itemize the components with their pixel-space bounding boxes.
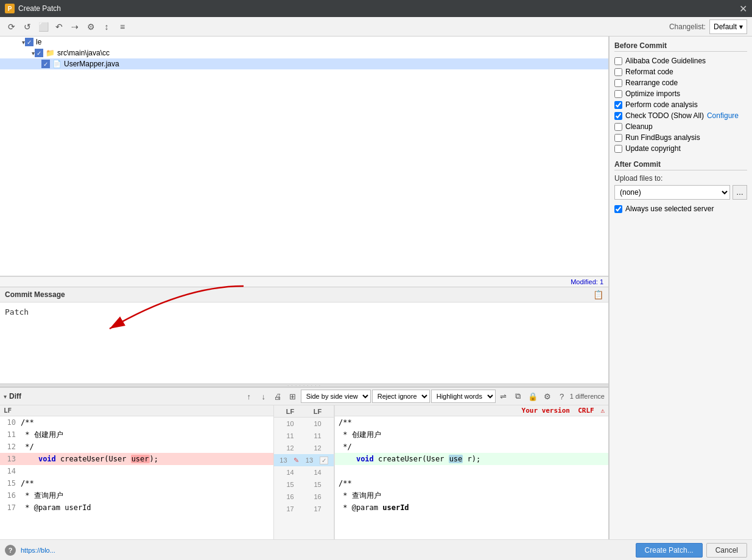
tree-item-file[interactable]: ✓ 📄 UserMapper.java — [0, 58, 608, 69]
always-use-label: Always use selected server — [625, 205, 714, 213]
close-button[interactable]: ✕ — [739, 3, 747, 15]
gutter-line: 1111 — [274, 430, 334, 442]
help-button[interactable]: ? — [5, 545, 16, 556]
code-line: 11 * 创建用户 — [0, 429, 273, 441]
highlight-select[interactable]: Highlight words — [431, 390, 496, 403]
sidebar-view-select[interactable]: Side by side view — [301, 390, 371, 403]
upload-label: Upload files to: — [614, 174, 747, 183]
gutter-line-changed: 13 ✎ 13 ✓ — [274, 454, 334, 466]
checkbox-todo[interactable]: Check TODO (Show All) Configure — [614, 110, 747, 121]
diff-expand-button[interactable]: ⊞ — [286, 390, 300, 403]
main-container: ⟳ ↺ ⬜ ↶ ⇢ ⚙ ↕ ≡ Changelist: Default ▾ — [0, 17, 752, 560]
cancel-button[interactable]: Cancel — [706, 543, 747, 558]
revert-button[interactable]: ↺ — [21, 20, 34, 33]
checkbox-reformat[interactable]: Reformat code — [614, 66, 747, 77]
checkbox-optimize[interactable]: Optimize imports — [614, 88, 747, 99]
title-bar: P Create Patch ✕ — [0, 0, 752, 17]
checkbox-copyright[interactable]: Update copyright — [614, 143, 747, 154]
checkbox-rearrange-label: Rearrange code — [625, 79, 678, 87]
checkbox-perform-input[interactable] — [614, 101, 622, 109]
code-line: 17 * @param userId — [0, 502, 273, 514]
diff-left-header: LF — [0, 405, 273, 416]
checkbox-alibaba-label: Alibaba Code Guidelines — [625, 57, 706, 65]
diff-lock-button[interactable]: 🔒 — [526, 390, 539, 403]
upload-row: (none) … — [614, 185, 747, 200]
gutter-line: 1010 — [274, 418, 334, 430]
gutter-line: 1717 — [274, 503, 334, 515]
diff-print-button[interactable]: 🖨 — [272, 390, 285, 403]
toolbar-left: ⟳ ↺ ⬜ ↶ ⇢ ⚙ ↕ ≡ — [5, 20, 129, 33]
code-line: 10/** — [0, 416, 273, 429]
tree-checkbox-folder[interactable]: ✓ — [35, 49, 43, 57]
diff-columns-button[interactable]: ⧉ — [511, 390, 525, 403]
content-area: ▾ ✓ le ▾ ✓ 📁 src\main\java\cc — [0, 37, 752, 539]
commit-header: Commit Message 📋 — [0, 287, 608, 303]
diff-settings-button[interactable]: ⚙ — [541, 390, 554, 403]
diff-sync-button[interactable]: ⇌ — [497, 390, 510, 403]
always-use-checkbox[interactable]: Always use selected server — [614, 203, 747, 214]
refresh-button[interactable]: ⟳ — [5, 20, 18, 33]
gutter-line: 1616 — [274, 491, 334, 503]
checkbox-findbugs[interactable]: Run FindBugs analysis — [614, 132, 747, 143]
undo-button[interactable]: ↶ — [52, 20, 66, 33]
bottom-right: Create Patch... Cancel — [636, 543, 747, 558]
changelist-label: Changelist: — [669, 23, 706, 31]
upload-select[interactable]: (none) — [614, 185, 730, 200]
commit-text-input[interactable]: Patch — [0, 303, 608, 382]
changelist-select[interactable]: Default ▾ — [709, 19, 747, 34]
checkbox-cleanup-label: Cleanup — [625, 122, 653, 131]
after-commit-section: After Commit Upload files to: (none) … A… — [614, 160, 747, 214]
checkbox-reformat-label: Reformat code — [625, 68, 673, 76]
sort-button[interactable]: ↕ — [100, 20, 113, 33]
tree-checkbox-file[interactable]: ✓ — [41, 60, 50, 68]
bottom-bar: ? https://blo... Create Patch... Cancel — [0, 539, 752, 560]
checkbox-optimize-input[interactable] — [614, 90, 622, 98]
crlf-label: CRLF — [578, 407, 594, 415]
checkbox-cleanup-input[interactable] — [614, 123, 622, 131]
diff-prev-button[interactable]: ↑ — [242, 390, 256, 403]
tree-item-root[interactable]: ▾ ✓ le — [0, 37, 608, 47]
code-line: 12 */ — [0, 441, 273, 453]
error-icon: ⚠ — [600, 407, 605, 415]
code-line-r: * 查询用户 — [335, 489, 608, 502]
tree-checkbox-root[interactable]: ✓ — [25, 38, 33, 46]
commit-copy-icon[interactable]: 📋 — [593, 290, 603, 299]
file-icon: 📄 — [52, 60, 61, 68]
app-icon: P — [5, 4, 15, 13]
checkbox-rearrange-input[interactable] — [614, 79, 622, 87]
checkbox-alibaba[interactable]: Alibaba Code Guidelines — [614, 55, 747, 66]
commit-section: Commit Message 📋 Patch — [0, 287, 608, 383]
gutter-line: 1212 — [274, 442, 334, 454]
checkbox-perform[interactable]: Perform code analysis — [614, 99, 747, 110]
commit-label: Commit Message — [5, 290, 65, 299]
checkbox-todo-input[interactable] — [614, 112, 622, 120]
file-tree[interactable]: ▾ ✓ le ▾ ✓ 📁 src\main\java\cc — [0, 37, 608, 276]
checkbox-copyright-input[interactable] — [614, 145, 622, 153]
always-use-input[interactable] — [614, 205, 622, 213]
expand-button[interactable]: ≡ — [116, 20, 129, 33]
tree-item-folder[interactable]: ▾ ✓ 📁 src\main\java\cc — [0, 47, 608, 58]
checkbox-rearrange[interactable]: Rearrange code — [614, 77, 747, 88]
diff-right-panel: Your version CRLF ⚠ /** * 创建用户 */ void c… — [334, 405, 608, 539]
modified-bar: Modified: 1 — [0, 276, 608, 287]
checkbox-alibaba-input[interactable] — [614, 57, 622, 65]
code-line-r: * @param userId — [335, 502, 608, 514]
copy-button[interactable]: ⬜ — [37, 20, 50, 33]
before-commit-title: Before Commit — [614, 41, 747, 52]
move-button[interactable]: ⇢ — [68, 20, 82, 33]
diff-toolbar: ↑ ↓ 🖨 ⊞ Side by side view Reject ignore … — [242, 390, 605, 403]
chevron-down-icon: ▾ — [739, 23, 743, 31]
create-patch-button[interactable]: Create Patch... — [636, 543, 703, 558]
diff-header: ▾ Diff ↑ ↓ 🖨 ⊞ Side by side view Reject … — [0, 388, 608, 405]
settings-button[interactable]: ⚙ — [84, 20, 97, 33]
configure-link[interactable]: Configure — [707, 111, 739, 120]
checkbox-cleanup[interactable]: Cleanup — [614, 121, 747, 132]
code-line: 15/** — [0, 477, 273, 489]
diff-help-button[interactable]: ? — [555, 390, 569, 403]
gutter-header: LFLF — [274, 405, 334, 418]
checkbox-reformat-input[interactable] — [614, 68, 622, 76]
ignore-select[interactable]: Reject ignore — [372, 390, 430, 403]
diff-next-button[interactable]: ↓ — [257, 390, 270, 403]
checkbox-findbugs-input[interactable] — [614, 134, 622, 142]
upload-config-button[interactable]: … — [733, 185, 747, 200]
